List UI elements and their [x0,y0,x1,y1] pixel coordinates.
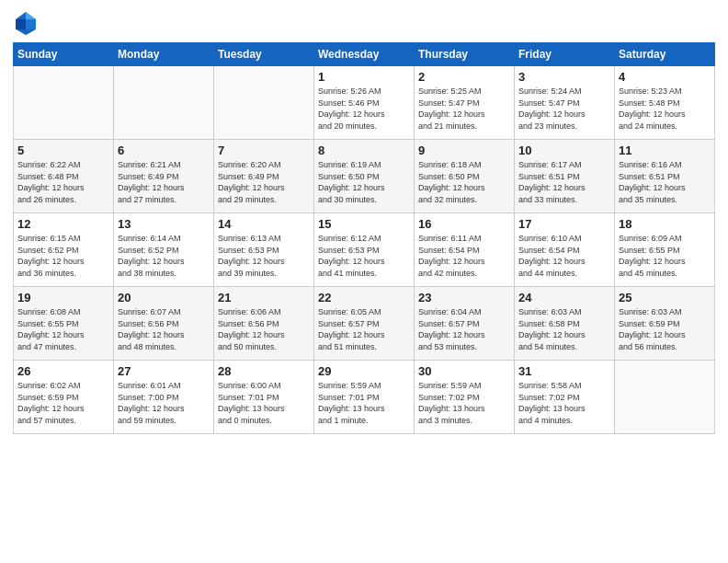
day-info: Sunrise: 6:19 AM Sunset: 6:50 PM Dayligh… [318,159,410,205]
day-number: 4 [619,70,711,84]
calendar-day-cell [615,361,715,434]
calendar-day-cell: 10Sunrise: 6:17 AM Sunset: 6:51 PM Dayli… [515,140,615,213]
calendar-day-cell: 12Sunrise: 6:15 AM Sunset: 6:52 PM Dayli… [14,213,114,287]
day-number: 5 [17,144,109,157]
day-info: Sunrise: 6:09 AM Sunset: 6:55 PM Dayligh… [619,233,711,279]
calendar-day-cell: 26Sunrise: 6:02 AM Sunset: 6:59 PM Dayli… [14,361,114,434]
day-number: 9 [418,144,510,157]
day-info: Sunrise: 5:59 AM Sunset: 7:01 PM Dayligh… [318,380,410,426]
calendar-day-cell: 14Sunrise: 6:13 AM Sunset: 6:53 PM Dayli… [214,213,314,287]
day-number: 27 [118,364,210,378]
calendar-day-cell: 23Sunrise: 6:04 AM Sunset: 6:57 PM Dayli… [415,287,515,361]
calendar-day-cell [114,66,214,140]
calendar-day-cell: 3Sunrise: 5:24 AM Sunset: 5:47 PM Daylig… [515,66,615,140]
calendar-day-cell: 28Sunrise: 6:00 AM Sunset: 7:01 PM Dayli… [214,361,314,434]
calendar-week-row: 12Sunrise: 6:15 AM Sunset: 6:52 PM Dayli… [14,213,715,287]
weekday-header: Tuesday [214,43,314,66]
day-number: 16 [418,217,510,231]
calendar-day-cell: 7Sunrise: 6:20 AM Sunset: 6:49 PM Daylig… [214,140,314,213]
calendar-week-row: 26Sunrise: 6:02 AM Sunset: 6:59 PM Dayli… [14,361,715,434]
logo-icon [13,9,39,35]
day-number: 22 [318,291,410,304]
svg-marker-2 [26,19,36,29]
day-number: 20 [118,291,210,304]
day-info: Sunrise: 6:07 AM Sunset: 6:56 PM Dayligh… [118,306,210,352]
calendar-day-cell: 5Sunrise: 6:22 AM Sunset: 6:48 PM Daylig… [14,140,114,213]
day-number: 2 [418,70,510,84]
day-info: Sunrise: 6:17 AM Sunset: 6:51 PM Dayligh… [518,159,610,205]
day-number: 10 [518,144,610,157]
day-info: Sunrise: 6:04 AM Sunset: 6:57 PM Dayligh… [418,306,510,352]
weekday-header: Sunday [14,43,114,66]
day-number: 25 [619,291,711,304]
calendar-day-cell: 21Sunrise: 6:06 AM Sunset: 6:56 PM Dayli… [214,287,314,361]
calendar-day-cell: 11Sunrise: 6:16 AM Sunset: 6:51 PM Dayli… [615,140,715,213]
day-info: Sunrise: 5:24 AM Sunset: 5:47 PM Dayligh… [518,86,610,132]
day-info: Sunrise: 6:18 AM Sunset: 6:50 PM Dayligh… [418,159,510,205]
day-info: Sunrise: 5:59 AM Sunset: 7:02 PM Dayligh… [418,380,510,426]
day-number: 12 [17,217,109,231]
day-number: 31 [518,364,610,378]
day-info: Sunrise: 6:02 AM Sunset: 6:59 PM Dayligh… [17,380,109,426]
day-number: 1 [318,70,410,84]
weekday-header: Wednesday [314,43,415,66]
calendar-day-cell: 9Sunrise: 6:18 AM Sunset: 6:50 PM Daylig… [415,140,515,213]
day-info: Sunrise: 6:21 AM Sunset: 6:49 PM Dayligh… [118,159,210,205]
calendar-body: 1Sunrise: 5:26 AM Sunset: 5:46 PM Daylig… [14,66,715,434]
day-info: Sunrise: 6:13 AM Sunset: 6:53 PM Dayligh… [218,233,310,279]
day-number: 23 [418,291,510,304]
day-number: 6 [118,144,210,157]
calendar-day-cell: 31Sunrise: 5:58 AM Sunset: 7:02 PM Dayli… [515,361,615,434]
calendar-day-cell [214,66,314,140]
calendar-day-cell: 1Sunrise: 5:26 AM Sunset: 5:46 PM Daylig… [314,66,415,140]
header-row: SundayMondayTuesdayWednesdayThursdayFrid… [14,43,715,66]
calendar-day-cell: 20Sunrise: 6:07 AM Sunset: 6:56 PM Dayli… [114,287,214,361]
day-info: Sunrise: 6:08 AM Sunset: 6:55 PM Dayligh… [17,306,109,352]
day-info: Sunrise: 6:00 AM Sunset: 7:01 PM Dayligh… [218,380,310,426]
calendar-day-cell: 29Sunrise: 5:59 AM Sunset: 7:01 PM Dayli… [314,361,415,434]
day-info: Sunrise: 6:05 AM Sunset: 6:57 PM Dayligh… [318,306,410,352]
day-number: 29 [318,364,410,378]
day-number: 18 [619,217,711,231]
weekday-header: Monday [114,43,214,66]
day-number: 15 [318,217,410,231]
day-number: 8 [318,144,410,157]
calendar-day-cell: 22Sunrise: 6:05 AM Sunset: 6:57 PM Dayli… [314,287,415,361]
day-number: 28 [218,364,310,378]
day-number: 26 [17,364,109,378]
day-info: Sunrise: 5:58 AM Sunset: 7:02 PM Dayligh… [518,380,610,426]
calendar-day-cell: 25Sunrise: 6:03 AM Sunset: 6:59 PM Dayli… [615,287,715,361]
day-number: 17 [518,217,610,231]
day-number: 24 [518,291,610,304]
calendar-day-cell: 27Sunrise: 6:01 AM Sunset: 7:00 PM Dayli… [114,361,214,434]
day-info: Sunrise: 6:12 AM Sunset: 6:53 PM Dayligh… [318,233,410,279]
calendar-table: SundayMondayTuesdayWednesdayThursdayFrid… [13,42,715,434]
calendar-week-row: 5Sunrise: 6:22 AM Sunset: 6:48 PM Daylig… [14,140,715,213]
day-info: Sunrise: 6:14 AM Sunset: 6:52 PM Dayligh… [118,233,210,279]
day-info: Sunrise: 5:26 AM Sunset: 5:46 PM Dayligh… [318,86,410,132]
weekday-header: Saturday [615,43,715,66]
calendar-day-cell: 24Sunrise: 6:03 AM Sunset: 6:58 PM Dayli… [515,287,615,361]
day-info: Sunrise: 5:25 AM Sunset: 5:47 PM Dayligh… [418,86,510,132]
calendar-day-cell: 17Sunrise: 6:10 AM Sunset: 6:54 PM Dayli… [515,213,615,287]
page-header [13,9,715,35]
logo [13,9,42,35]
calendar-day-cell: 8Sunrise: 6:19 AM Sunset: 6:50 PM Daylig… [314,140,415,213]
weekday-header: Thursday [415,43,515,66]
calendar-day-cell: 19Sunrise: 6:08 AM Sunset: 6:55 PM Dayli… [14,287,114,361]
day-info: Sunrise: 6:03 AM Sunset: 6:58 PM Dayligh… [518,306,610,352]
day-info: Sunrise: 6:01 AM Sunset: 7:00 PM Dayligh… [118,380,210,426]
calendar-day-cell: 30Sunrise: 5:59 AM Sunset: 7:02 PM Dayli… [415,361,515,434]
day-number: 7 [218,144,310,157]
day-info: Sunrise: 6:15 AM Sunset: 6:52 PM Dayligh… [17,233,109,279]
day-number: 14 [218,217,310,231]
day-info: Sunrise: 6:11 AM Sunset: 6:54 PM Dayligh… [418,233,510,279]
day-info: Sunrise: 6:22 AM Sunset: 6:48 PM Dayligh… [17,159,109,205]
calendar-day-cell: 2Sunrise: 5:25 AM Sunset: 5:47 PM Daylig… [415,66,515,140]
day-number: 19 [17,291,109,304]
calendar-header: SundayMondayTuesdayWednesdayThursdayFrid… [14,43,715,66]
calendar-day-cell [14,66,114,140]
day-number: 11 [619,144,711,157]
calendar-day-cell: 16Sunrise: 6:11 AM Sunset: 6:54 PM Dayli… [415,213,515,287]
calendar-week-row: 1Sunrise: 5:26 AM Sunset: 5:46 PM Daylig… [14,66,715,140]
